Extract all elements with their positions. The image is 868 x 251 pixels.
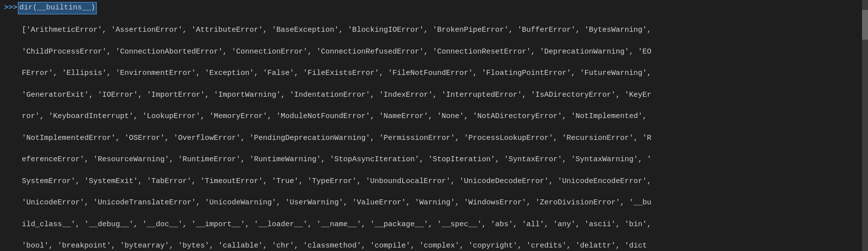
output-line-2: 'ChildProcessError', 'ConnectionAbortedE… (22, 48, 651, 56)
output-line-1: ['ArithmeticError', 'AssertionError', 'A… (22, 26, 651, 34)
output-line-3: FError', 'Ellipsis', 'EnvironmentError',… (22, 69, 651, 77)
output-line-7: eferenceError', 'ResourceWarning', 'Runt… (22, 155, 651, 164)
output-line-5: ror', 'KeyboardInterrupt', 'LookupError'… (22, 112, 647, 121)
command-line-1: >>> dir(__builtins__) (0, 2, 868, 14)
output-line-10: ild_class__', '__debug__', '__doc__', '_… (22, 220, 651, 229)
output-line-6: 'NotImplementedError', 'OSError', 'Overf… (22, 134, 651, 142)
terminal-window: >>> dir(__builtins__) ['ArithmeticError'… (0, 0, 868, 251)
output-block: ['ArithmeticError', 'AssertionError', 'A… (0, 14, 868, 251)
output-line-9: 'UnicodeError', 'UnicodeTranslateError',… (22, 198, 651, 207)
output-line-4: 'GeneratorExit', 'IOError', 'ImportError… (22, 91, 651, 99)
output-line-8: SystemError', 'SystemExit', 'TabError', … (22, 177, 651, 186)
scrollbar[interactable] (862, 0, 868, 251)
scrollbar-thumb[interactable] (862, 10, 868, 40)
command-text[interactable]: dir(__builtins__) (18, 2, 97, 14)
output-line-11: 'bool', 'breakpoint', 'bytearray', 'byte… (22, 242, 647, 250)
prompt-1: >>> (4, 2, 18, 14)
